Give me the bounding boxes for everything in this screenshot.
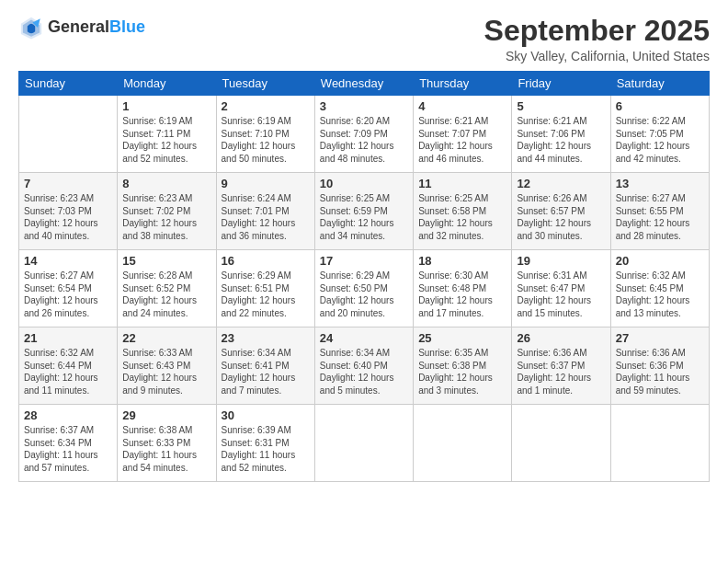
day-number: 22 bbox=[122, 331, 210, 345]
day-cell bbox=[19, 96, 118, 173]
day-info: Sunrise: 6:39 AM Sunset: 6:31 PM Dayligh… bbox=[222, 424, 310, 474]
day-number: 21 bbox=[24, 331, 112, 345]
day-cell: 30Sunrise: 6:39 AM Sunset: 6:31 PM Dayli… bbox=[216, 405, 314, 482]
day-info: Sunrise: 6:24 AM Sunset: 7:01 PM Dayligh… bbox=[222, 192, 310, 242]
day-info: Sunrise: 6:19 AM Sunset: 7:10 PM Dayligh… bbox=[222, 115, 310, 165]
day-info: Sunrise: 6:33 AM Sunset: 6:43 PM Dayligh… bbox=[122, 347, 210, 396]
day-info: Sunrise: 6:29 AM Sunset: 6:51 PM Dayligh… bbox=[222, 270, 310, 319]
day-cell: 15Sunrise: 6:28 AM Sunset: 6:52 PM Dayli… bbox=[118, 250, 216, 327]
week-row-3: 14Sunrise: 6:27 AM Sunset: 6:54 PM Dayli… bbox=[19, 250, 710, 327]
day-number: 29 bbox=[122, 408, 210, 422]
day-info: Sunrise: 6:36 AM Sunset: 6:36 PM Dayligh… bbox=[616, 347, 704, 396]
day-number: 2 bbox=[222, 99, 310, 113]
day-info: Sunrise: 6:21 AM Sunset: 7:06 PM Dayligh… bbox=[517, 115, 605, 165]
day-info: Sunrise: 6:26 AM Sunset: 6:57 PM Dayligh… bbox=[517, 192, 605, 242]
day-info: Sunrise: 6:32 AM Sunset: 6:45 PM Dayligh… bbox=[616, 270, 704, 319]
day-number: 15 bbox=[122, 254, 210, 268]
day-number: 14 bbox=[24, 254, 112, 268]
logo: GeneralBlue bbox=[18, 15, 145, 40]
day-cell: 24Sunrise: 6:34 AM Sunset: 6:40 PM Dayli… bbox=[314, 327, 413, 405]
day-cell: 28Sunrise: 6:37 AM Sunset: 6:34 PM Dayli… bbox=[19, 405, 118, 482]
day-cell: 12Sunrise: 6:26 AM Sunset: 6:57 PM Dayli… bbox=[512, 173, 610, 250]
day-cell: 1Sunrise: 6:19 AM Sunset: 7:11 PM Daylig… bbox=[118, 96, 216, 173]
day-cell: 16Sunrise: 6:29 AM Sunset: 6:51 PM Dayli… bbox=[216, 250, 314, 327]
day-header-friday: Friday bbox=[512, 72, 610, 96]
day-info: Sunrise: 6:21 AM Sunset: 7:07 PM Dayligh… bbox=[418, 115, 506, 165]
day-header-sunday: Sunday bbox=[19, 72, 118, 96]
week-row-4: 21Sunrise: 6:32 AM Sunset: 6:44 PM Dayli… bbox=[19, 327, 710, 405]
day-number: 3 bbox=[320, 99, 408, 113]
day-info: Sunrise: 6:23 AM Sunset: 7:02 PM Dayligh… bbox=[122, 192, 210, 242]
day-number: 10 bbox=[320, 177, 408, 190]
day-info: Sunrise: 6:25 AM Sunset: 6:58 PM Dayligh… bbox=[418, 192, 506, 242]
logo-general: General bbox=[48, 17, 109, 36]
day-cell: 4Sunrise: 6:21 AM Sunset: 7:07 PM Daylig… bbox=[414, 96, 512, 173]
day-cell: 11Sunrise: 6:25 AM Sunset: 6:58 PM Dayli… bbox=[414, 173, 512, 250]
day-cell: 2Sunrise: 6:19 AM Sunset: 7:10 PM Daylig… bbox=[216, 96, 314, 173]
day-number: 1 bbox=[122, 99, 210, 113]
day-number: 11 bbox=[418, 177, 506, 190]
day-cell: 6Sunrise: 6:22 AM Sunset: 7:05 PM Daylig… bbox=[610, 96, 709, 173]
day-cell: 21Sunrise: 6:32 AM Sunset: 6:44 PM Dayli… bbox=[19, 327, 118, 405]
day-cell: 13Sunrise: 6:27 AM Sunset: 6:55 PM Dayli… bbox=[610, 173, 709, 250]
day-number: 23 bbox=[222, 331, 310, 345]
day-cell: 17Sunrise: 6:29 AM Sunset: 6:50 PM Dayli… bbox=[314, 250, 413, 327]
day-info: Sunrise: 6:22 AM Sunset: 7:05 PM Dayligh… bbox=[616, 115, 704, 165]
logo-text: GeneralBlue bbox=[48, 18, 145, 37]
page: GeneralBlue September 2025 Sky Valley, C… bbox=[0, 0, 728, 491]
day-cell: 23Sunrise: 6:34 AM Sunset: 6:41 PM Dayli… bbox=[216, 327, 314, 405]
day-number: 27 bbox=[616, 331, 704, 345]
day-info: Sunrise: 6:37 AM Sunset: 6:34 PM Dayligh… bbox=[24, 424, 112, 474]
week-row-1: 1Sunrise: 6:19 AM Sunset: 7:11 PM Daylig… bbox=[19, 96, 710, 173]
day-info: Sunrise: 6:19 AM Sunset: 7:11 PM Dayligh… bbox=[122, 115, 210, 165]
day-header-thursday: Thursday bbox=[414, 72, 512, 96]
day-cell: 27Sunrise: 6:36 AM Sunset: 6:36 PM Dayli… bbox=[610, 327, 709, 405]
day-cell: 26Sunrise: 6:36 AM Sunset: 6:37 PM Dayli… bbox=[512, 327, 610, 405]
day-info: Sunrise: 6:23 AM Sunset: 7:03 PM Dayligh… bbox=[24, 192, 112, 242]
day-cell bbox=[512, 405, 610, 482]
day-info: Sunrise: 6:29 AM Sunset: 6:50 PM Dayligh… bbox=[320, 270, 408, 319]
week-row-5: 28Sunrise: 6:37 AM Sunset: 6:34 PM Dayli… bbox=[19, 405, 710, 482]
logo-icon bbox=[18, 15, 44, 40]
day-number: 20 bbox=[616, 254, 704, 268]
day-header-wednesday: Wednesday bbox=[314, 72, 413, 96]
day-cell: 18Sunrise: 6:30 AM Sunset: 6:48 PM Dayli… bbox=[414, 250, 512, 327]
day-cell: 3Sunrise: 6:20 AM Sunset: 7:09 PM Daylig… bbox=[314, 96, 413, 173]
day-info: Sunrise: 6:32 AM Sunset: 6:44 PM Dayligh… bbox=[24, 347, 112, 396]
day-cell: 19Sunrise: 6:31 AM Sunset: 6:47 PM Dayli… bbox=[512, 250, 610, 327]
day-cell bbox=[414, 405, 512, 482]
header-row: SundayMondayTuesdayWednesdayThursdayFrid… bbox=[19, 72, 710, 96]
day-info: Sunrise: 6:25 AM Sunset: 6:59 PM Dayligh… bbox=[320, 192, 408, 242]
day-header-saturday: Saturday bbox=[610, 72, 709, 96]
title-block: September 2025 Sky Valley, California, U… bbox=[484, 15, 710, 63]
day-number: 17 bbox=[320, 254, 408, 268]
subtitle: Sky Valley, California, United States bbox=[484, 49, 710, 63]
day-cell bbox=[314, 405, 413, 482]
day-number: 19 bbox=[517, 254, 605, 268]
day-cell: 29Sunrise: 6:38 AM Sunset: 6:33 PM Dayli… bbox=[118, 405, 216, 482]
header: GeneralBlue September 2025 Sky Valley, C… bbox=[18, 15, 710, 63]
day-header-tuesday: Tuesday bbox=[216, 72, 314, 96]
day-number: 6 bbox=[616, 99, 704, 113]
day-info: Sunrise: 6:35 AM Sunset: 6:38 PM Dayligh… bbox=[418, 347, 506, 396]
day-cell: 10Sunrise: 6:25 AM Sunset: 6:59 PM Dayli… bbox=[314, 173, 413, 250]
day-info: Sunrise: 6:27 AM Sunset: 6:54 PM Dayligh… bbox=[24, 270, 112, 319]
day-number: 26 bbox=[517, 331, 605, 345]
day-info: Sunrise: 6:20 AM Sunset: 7:09 PM Dayligh… bbox=[320, 115, 408, 165]
day-number: 30 bbox=[222, 408, 310, 422]
day-header-monday: Monday bbox=[118, 72, 216, 96]
week-row-2: 7Sunrise: 6:23 AM Sunset: 7:03 PM Daylig… bbox=[19, 173, 710, 250]
day-cell: 22Sunrise: 6:33 AM Sunset: 6:43 PM Dayli… bbox=[118, 327, 216, 405]
day-number: 24 bbox=[320, 331, 408, 345]
day-number: 4 bbox=[418, 99, 506, 113]
day-info: Sunrise: 6:34 AM Sunset: 6:40 PM Dayligh… bbox=[320, 347, 408, 396]
day-info: Sunrise: 6:38 AM Sunset: 6:33 PM Dayligh… bbox=[122, 424, 210, 474]
day-number: 16 bbox=[222, 254, 310, 268]
day-cell: 14Sunrise: 6:27 AM Sunset: 6:54 PM Dayli… bbox=[19, 250, 118, 327]
day-info: Sunrise: 6:31 AM Sunset: 6:47 PM Dayligh… bbox=[517, 270, 605, 319]
day-number: 18 bbox=[418, 254, 506, 268]
day-cell: 25Sunrise: 6:35 AM Sunset: 6:38 PM Dayli… bbox=[414, 327, 512, 405]
day-number: 9 bbox=[222, 177, 310, 190]
day-info: Sunrise: 6:28 AM Sunset: 6:52 PM Dayligh… bbox=[122, 270, 210, 319]
day-number: 13 bbox=[616, 177, 704, 190]
